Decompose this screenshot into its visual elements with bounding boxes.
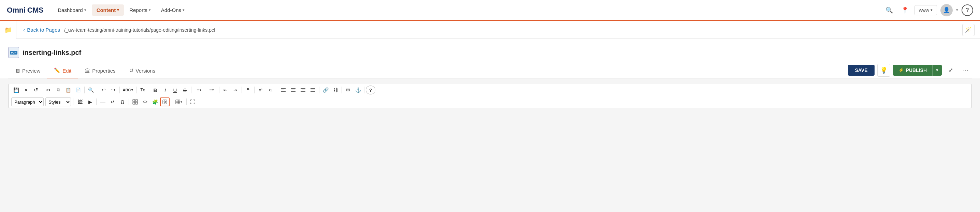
insert-link-button[interactable]: 🔗 xyxy=(321,85,330,94)
subscript-button[interactable]: x₂ xyxy=(266,85,275,94)
tab-properties[interactable]: 🏛 Properties xyxy=(78,64,122,78)
insert-gadget-button[interactable] xyxy=(160,98,170,106)
publish-button[interactable]: ⚡ PUBLISH xyxy=(893,65,932,76)
logo[interactable]: Omni CMS xyxy=(7,6,43,15)
outdent-button[interactable]: ⇤ xyxy=(221,85,230,94)
toolbar-separator xyxy=(96,98,97,105)
pcf-badge: PCF xyxy=(10,51,18,55)
monitor-icon: 🖥 xyxy=(15,68,20,74)
toolbar-separator xyxy=(42,87,42,93)
align-center-button[interactable] xyxy=(288,85,298,94)
align-right-button[interactable] xyxy=(298,85,308,94)
sidebar-toggle[interactable]: 📁 xyxy=(0,21,16,39)
paste-button[interactable]: 📋 xyxy=(64,85,73,94)
align-justify-button[interactable] xyxy=(308,85,318,94)
fullscreen-button[interactable] xyxy=(188,98,197,106)
nav-item-dashboard[interactable]: Dashboard ▾ xyxy=(53,5,91,16)
wand-button[interactable]: 🪄 xyxy=(962,24,975,36)
location-icon: 📍 xyxy=(901,6,909,14)
location-button[interactable]: 📍 xyxy=(899,4,911,16)
insert-component-button[interactable]: 🧩 xyxy=(150,98,160,106)
breadcrumb-path: /_uw-team-testing/omni-training-tutorial… xyxy=(64,27,215,33)
undo-button[interactable]: ↩ xyxy=(99,85,108,94)
toolbar-separator xyxy=(129,98,129,105)
publish-label: PUBLISH xyxy=(906,68,927,73)
expand-button[interactable]: ⤢ xyxy=(945,64,957,76)
versions-icon: ↺ xyxy=(129,68,134,74)
folder-icon: 📁 xyxy=(5,26,12,34)
insert-media-button[interactable]: ▶ xyxy=(85,98,95,106)
search-button[interactable]: 🔍 xyxy=(883,4,896,16)
undo-history-button[interactable]: ↺ xyxy=(31,85,41,94)
help-icon: ? xyxy=(966,7,969,13)
remove-link-button[interactable]: ⛓ xyxy=(331,85,340,94)
nav-addons-label: Add-Ons xyxy=(161,7,181,13)
toolbar-separator xyxy=(342,87,342,93)
avatar-button[interactable]: 👤 xyxy=(940,4,953,16)
indent-button[interactable]: ⇥ xyxy=(231,85,240,94)
insert-image-button[interactable]: 🖼 xyxy=(75,98,85,106)
publish-dropdown-button[interactable]: ▾ xyxy=(932,65,942,76)
chevron-down-icon: ▾ xyxy=(84,8,86,12)
return-button[interactable]: ↵ xyxy=(108,98,118,106)
find-button[interactable]: 🔍 xyxy=(86,85,95,94)
lightbulb-button[interactable]: 💡 xyxy=(877,64,890,77)
www-selector[interactable]: www ▾ xyxy=(915,5,937,15)
tab-edit[interactable]: ✏️ Edit xyxy=(47,63,78,78)
redo-button[interactable]: ↪ xyxy=(108,85,118,94)
insert-anchor-button[interactable]: ⚓ xyxy=(353,85,363,94)
code-button[interactable]: <> xyxy=(140,98,150,106)
breadcrumb: ‹ Back to Pages /_uw-team-testing/omni-t… xyxy=(16,27,962,33)
toolbar-separator xyxy=(119,87,120,93)
more-button[interactable]: ⋯ xyxy=(959,64,972,76)
file-icon: PCF xyxy=(8,47,19,58)
format-select[interactable]: Paragraph Heading 1 Heading 2 Heading 3 xyxy=(11,98,44,106)
help-button[interactable]: ? xyxy=(962,5,973,16)
logo-text: Omni CMS xyxy=(7,6,43,15)
pencil-icon: ✏️ xyxy=(54,68,60,74)
bold-button[interactable]: B xyxy=(151,85,160,94)
snippet-button[interactable] xyxy=(130,98,140,106)
svg-rect-12 xyxy=(133,100,135,101)
tab-versions[interactable]: ↺ Versions xyxy=(123,63,162,78)
strikethrough-button[interactable]: S xyxy=(180,85,190,94)
properties-icon: 🏛 xyxy=(85,68,90,74)
cut-button[interactable]: ✂ xyxy=(44,85,53,94)
editor-area: 💾 ✕ ↺ ✂ ⧉ 📋 📄 🔍 ↩ ↪ ABC ▾ Tx B I U S ≡ ▾… xyxy=(8,84,972,108)
styles-select[interactable]: Styles xyxy=(45,98,71,106)
blockquote-button[interactable]: ❝ xyxy=(243,85,253,94)
file-name: inserting-links.pcf xyxy=(22,49,81,57)
toolbar-separator xyxy=(319,87,320,93)
format-strip-button[interactable]: Tx xyxy=(138,85,147,94)
close-button[interactable]: ✕ xyxy=(21,85,31,94)
svg-rect-13 xyxy=(135,100,137,101)
bullet-list-button[interactable]: ≡ ▾ xyxy=(193,85,205,94)
paste-text-button[interactable]: 📄 xyxy=(73,85,83,94)
spellcheck-button[interactable]: ABC ▾ xyxy=(121,85,135,94)
underline-button[interactable]: U xyxy=(170,85,180,94)
insert-table-button[interactable]: ▾ xyxy=(173,98,185,106)
toolbar-separator xyxy=(171,98,171,105)
toolbar-separator xyxy=(254,87,255,93)
publish-btn-group: ⚡ PUBLISH ▾ xyxy=(893,65,942,76)
hr-button[interactable]: — xyxy=(98,98,108,106)
numbered-list-button[interactable]: ≡ ▾ xyxy=(205,85,218,94)
editor-help-button[interactable]: ? xyxy=(366,85,375,94)
chevron-down-icon: ▾ xyxy=(149,8,151,12)
expand-icon: ⤢ xyxy=(948,67,953,73)
insert-email-button[interactable]: ✉ xyxy=(343,85,353,94)
italic-button[interactable]: I xyxy=(161,85,170,94)
save-doc-button[interactable]: 💾 xyxy=(11,85,21,94)
align-left-button[interactable] xyxy=(278,85,288,94)
nav-item-content[interactable]: Content ▾ xyxy=(92,5,124,16)
tab-preview[interactable]: 🖥 Preview xyxy=(8,64,47,78)
superscript-button[interactable]: x² xyxy=(256,85,266,94)
special-char-button[interactable]: Ω xyxy=(118,98,127,106)
back-to-pages-link[interactable]: Back to Pages xyxy=(27,27,60,33)
toolbar-separator xyxy=(191,87,191,93)
nav-item-reports[interactable]: Reports ▾ xyxy=(124,5,156,16)
toolbar-row1: 💾 ✕ ↺ ✂ ⧉ 📋 📄 🔍 ↩ ↪ ABC ▾ Tx B I U S ≡ ▾… xyxy=(8,84,972,96)
save-button[interactable]: SAVE xyxy=(848,65,874,76)
nav-item-addons[interactable]: Add-Ons ▾ xyxy=(156,5,189,16)
copy-button[interactable]: ⧉ xyxy=(54,85,63,94)
